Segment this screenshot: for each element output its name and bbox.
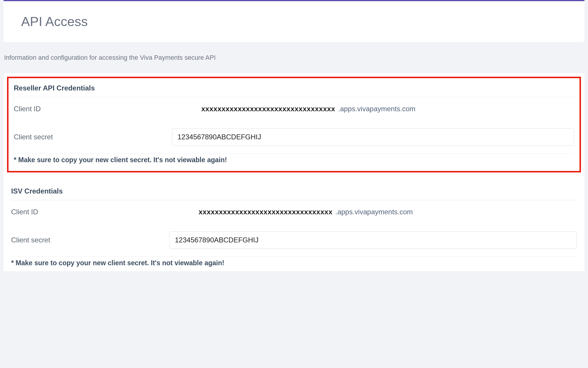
reseller-client-id-suffix: .apps.vivapayments.com bbox=[338, 105, 415, 113]
page-header-card: API Access bbox=[4, 1, 584, 42]
reseller-client-id-masked: xxxxxxxxxxxxxxxxxxxxxxxxxxxxxxxxx bbox=[201, 105, 335, 113]
isv-client-id-row: Client ID xxxxxxxxxxxxxxxxxxxxxxxxxxxxxx… bbox=[11, 200, 577, 224]
reseller-section: Reseller API Credentials Client ID xxxxx… bbox=[8, 78, 580, 171]
isv-section: ISV Credentials Client ID xxxxxxxxxxxxxx… bbox=[4, 184, 584, 271]
content-card: Reseller API Credentials Client ID xxxxx… bbox=[4, 73, 584, 271]
isv-client-id-value-area: xxxxxxxxxxxxxxxxxxxxxxxxxxxxxxxxx .apps.… bbox=[169, 208, 577, 216]
isv-client-id-label: Client ID bbox=[11, 208, 169, 216]
reseller-section-title: Reseller API Credentials bbox=[14, 81, 574, 97]
reseller-client-id-row: Client ID xxxxxxxxxxxxxxxxxxxxxxxxxxxxxx… bbox=[14, 97, 574, 121]
isv-client-id-wrap: xxxxxxxxxxxxxxxxxxxxxxxxxxxxxxxxx .apps.… bbox=[199, 208, 413, 216]
reseller-client-id-wrap: xxxxxxxxxxxxxxxxxxxxxxxxxxxxxxxxx .apps.… bbox=[201, 105, 415, 113]
reseller-client-secret-input[interactable] bbox=[172, 128, 574, 146]
reseller-highlight-frame: Reseller API Credentials Client ID xxxxx… bbox=[7, 77, 581, 172]
isv-client-secret-label: Client secret bbox=[11, 236, 169, 244]
reseller-client-secret-value-area bbox=[172, 128, 574, 146]
reseller-client-secret-label: Client secret bbox=[14, 133, 172, 141]
reseller-client-id-label: Client ID bbox=[14, 105, 172, 113]
isv-client-id-masked: xxxxxxxxxxxxxxxxxxxxxxxxxxxxxxxxx bbox=[199, 208, 333, 216]
isv-secret-warning: * Make sure to copy your new client secr… bbox=[11, 257, 577, 271]
isv-client-id-suffix: .apps.vivapayments.com bbox=[335, 208, 413, 216]
reseller-secret-warning: * Make sure to copy your new client secr… bbox=[14, 154, 574, 168]
isv-client-secret-input[interactable] bbox=[169, 231, 577, 249]
page-description: Information and configuration for access… bbox=[4, 54, 588, 61]
reseller-client-secret-row: Client secret bbox=[14, 121, 574, 154]
isv-client-secret-row: Client secret bbox=[11, 224, 577, 257]
isv-section-title: ISV Credentials bbox=[11, 184, 577, 200]
reseller-client-id-value-area: xxxxxxxxxxxxxxxxxxxxxxxxxxxxxxxxx .apps.… bbox=[172, 105, 574, 113]
page-title: API Access bbox=[21, 14, 567, 29]
isv-client-secret-value-area bbox=[169, 231, 577, 249]
